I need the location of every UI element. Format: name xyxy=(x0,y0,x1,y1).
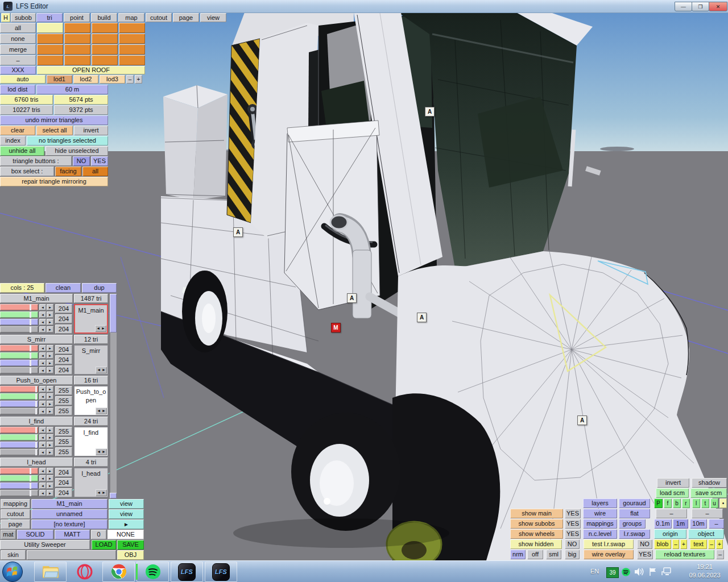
scm-p-button[interactable]: P xyxy=(654,498,663,508)
red-value[interactable]: 204 xyxy=(55,304,72,313)
taskbar-explorer[interactable] xyxy=(34,562,67,582)
triangle-marker[interactable]: A xyxy=(347,293,357,303)
slider-right-icon[interactable]: ► xyxy=(47,326,53,332)
nclevel-button[interactable]: n.c.level xyxy=(583,529,617,539)
green-value[interactable]: 204 xyxy=(55,478,72,487)
slider-left-icon[interactable]: ◄ xyxy=(39,442,46,448)
slider-left-icon[interactable]: ◄ xyxy=(39,434,46,440)
layers-button[interactable]: layers xyxy=(583,498,617,508)
unhide-all-button[interactable]: unhide all xyxy=(0,146,44,156)
blue-value[interactable]: 255 xyxy=(55,406,72,415)
blue-slider[interactable] xyxy=(0,401,38,407)
red-value[interactable]: 204 xyxy=(55,345,72,354)
swatch-arrows-icon[interactable]: ◄ ► xyxy=(96,408,107,414)
menu-h-button[interactable]: H xyxy=(1,13,10,22)
material-swatch[interactable]: l_head◄ ► xyxy=(74,468,108,497)
grid-10m-button[interactable]: 10m xyxy=(690,519,707,529)
slider-left-icon[interactable]: ◄ xyxy=(39,311,46,318)
slider-left-icon[interactable]: ◄ xyxy=(39,304,46,310)
tab-cutout[interactable]: cutout xyxy=(146,13,172,22)
blue-value[interactable]: 204 xyxy=(55,365,72,375)
title-bar[interactable]: L LFS Editor — ❐ ✕ xyxy=(0,0,728,13)
restore-button[interactable]: ❐ xyxy=(692,2,709,11)
taskbar-chrome[interactable] xyxy=(102,562,135,582)
red-value[interactable]: 255 xyxy=(55,386,72,395)
text-minus-button[interactable]: – xyxy=(708,539,715,549)
swatch-arrows-icon[interactable]: ◄ ► xyxy=(96,448,107,455)
text-plus-button[interactable]: + xyxy=(716,539,723,549)
slider-right-icon[interactable]: ► xyxy=(47,401,53,407)
red-slider[interactable] xyxy=(0,304,38,310)
network-icon[interactable] xyxy=(661,567,672,576)
mat-solid-button[interactable]: SOLID xyxy=(17,530,53,539)
tab-subob[interactable]: subob xyxy=(11,13,36,22)
material-name[interactable]: M1_main xyxy=(0,294,73,303)
subob-all-button[interactable]: all xyxy=(0,23,36,33)
dash-button[interactable]: – xyxy=(656,509,687,518)
index-button[interactable]: index xyxy=(0,136,26,146)
blob-plus-button[interactable]: + xyxy=(680,539,687,549)
red-slider[interactable] xyxy=(0,427,38,433)
cutout-view-button[interactable]: view xyxy=(109,509,144,519)
subob-cell[interactable] xyxy=(92,44,118,55)
slider-left-icon[interactable]: ◄ xyxy=(39,319,46,325)
page-next-icon[interactable]: ► xyxy=(109,519,144,529)
dash-button[interactable]: – xyxy=(692,509,723,518)
green-slider[interactable] xyxy=(0,352,38,359)
text-button[interactable]: text xyxy=(690,539,707,549)
cols-count[interactable]: cols : 25 xyxy=(0,283,44,293)
subob-cell[interactable] xyxy=(119,55,145,65)
subob-cell[interactable] xyxy=(37,44,63,55)
test-lrswap-toggle[interactable]: NO xyxy=(637,539,652,549)
nrm-off-button[interactable]: off xyxy=(527,550,543,559)
slider-right-icon[interactable]: ► xyxy=(47,304,53,310)
blue-slider[interactable] xyxy=(0,483,38,489)
red-value[interactable]: 204 xyxy=(55,468,72,477)
tab-tri[interactable]: tri xyxy=(36,13,63,22)
nrm-sml-button[interactable]: sml xyxy=(546,550,561,559)
subob-cell[interactable] xyxy=(119,34,145,44)
object-button[interactable]: object xyxy=(688,529,724,539)
nrm-big-button[interactable]: big xyxy=(565,550,580,559)
close-button[interactable]: ✕ xyxy=(709,2,727,11)
mirror-marker[interactable]: M xyxy=(331,323,341,332)
material-swatch[interactable]: l_find◄ ► xyxy=(74,427,108,456)
slider-left-icon[interactable]: ◄ xyxy=(39,483,46,489)
slider-right-icon[interactable]: ► xyxy=(47,386,53,392)
volume-icon[interactable] xyxy=(634,567,644,576)
origin-button[interactable]: origin xyxy=(654,529,686,539)
flat-button[interactable]: flat xyxy=(619,509,650,518)
scm-b-button[interactable]: b xyxy=(673,498,681,508)
reload-textures-button[interactable]: reload textures xyxy=(655,550,714,559)
select-all-button[interactable]: select all xyxy=(36,126,73,135)
mappings-button[interactable]: mappings xyxy=(583,519,617,529)
lod-dist-value[interactable]: 60 m xyxy=(36,85,108,94)
grid-1m-button[interactable]: 1m xyxy=(673,519,688,529)
gouraud-button[interactable]: gouraud xyxy=(619,498,650,508)
taskbar-opera[interactable] xyxy=(68,562,101,582)
slider-left-icon[interactable]: ◄ xyxy=(39,408,46,414)
slider-right-icon[interactable]: ► xyxy=(47,345,53,351)
tab-build[interactable]: build xyxy=(91,13,117,22)
slider-left-icon[interactable]: ◄ xyxy=(39,360,46,366)
clear-button[interactable]: clear xyxy=(0,126,35,135)
hide-unselected-button[interactable]: hide unselected xyxy=(46,146,108,156)
mapping-value[interactable]: M1_main xyxy=(31,499,107,509)
subob-cell[interactable] xyxy=(37,34,63,44)
red-slider[interactable] xyxy=(0,386,38,392)
subob-cell[interactable] xyxy=(37,23,63,33)
materials-scrollbar[interactable] xyxy=(110,294,117,498)
slider-right-icon[interactable]: ► xyxy=(47,442,53,448)
lod-minus-button[interactable]: – xyxy=(126,75,134,84)
tab-page[interactable]: page xyxy=(173,13,199,22)
lrswap-button[interactable]: l.r.swap xyxy=(619,529,650,539)
slider-left-icon[interactable]: ◄ xyxy=(39,468,46,474)
slider-right-icon[interactable]: ► xyxy=(47,434,53,440)
obj-button[interactable]: OBJ xyxy=(117,550,144,560)
green-value[interactable]: 204 xyxy=(55,355,72,364)
slider-right-icon[interactable]: ► xyxy=(47,483,53,489)
subob-merge-button[interactable]: merge xyxy=(0,44,36,55)
slider-right-icon[interactable]: ► xyxy=(47,468,53,474)
slider-right-icon[interactable]: ► xyxy=(47,475,53,481)
save-scm-button[interactable]: save scm xyxy=(690,488,727,498)
